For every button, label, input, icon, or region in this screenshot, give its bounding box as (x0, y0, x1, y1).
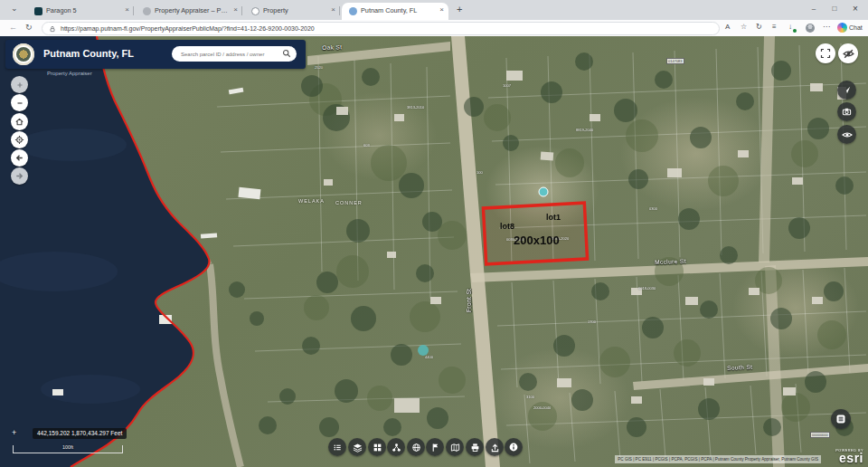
tab-property-appraiser[interactable]: Property Appraiser – Putnam Cou × (136, 3, 242, 20)
browser-essentials-icon[interactable]: ≡ (772, 23, 777, 31)
eye-slash-icon (843, 48, 854, 60)
basemap-gallery-button[interactable] (368, 438, 386, 456)
scale-label: 100ft (14, 444, 122, 450)
tab-label: Property Appraiser – Putnam Cou (155, 6, 228, 14)
aerial-imagery (0, 36, 868, 467)
swimming-pool (539, 187, 548, 196)
print-button[interactable] (466, 438, 484, 456)
browser-window: ⌄ Paragon 5 × Property Appraiser – Putna… (0, 0, 868, 467)
url-field[interactable]: https://pamap.putnam-fl.gov/PropertyAppr… (42, 22, 720, 35)
address-bar: ← ↻ https://pamap.putnam-fl.gov/Property… (0, 20, 868, 37)
layers-button[interactable] (348, 438, 366, 456)
around-me-button[interactable] (407, 438, 425, 456)
esri-logo: POWERED BY esri (835, 449, 863, 463)
legend-button[interactable] (328, 438, 346, 456)
close-tab-icon[interactable]: × (233, 5, 238, 14)
profile-avatar[interactable] (806, 24, 815, 33)
app-title: Putnam County, FL (43, 48, 134, 59)
coordinates-readout: 442,159.202 1,870,434.297 Feet (33, 428, 127, 439)
round-pool (418, 345, 429, 356)
tab-strip: ⌄ Paragon 5 × Property Appraiser – Putna… (0, 0, 868, 20)
copilot-chat-label[interactable]: Chat (849, 24, 863, 31)
location-arrow-tool-button[interactable] (837, 81, 856, 100)
tab-separator (241, 6, 242, 15)
map-viewport[interactable]: Oak StMcclure StSouth StFront St WELAKAC… (0, 36, 868, 467)
putnam-favicon-icon (349, 7, 357, 15)
tab-property[interactable]: Property × (244, 3, 340, 20)
view-imagery-button[interactable] (837, 125, 856, 144)
close-tab-icon[interactable]: × (331, 5, 335, 14)
tab-label: Paragon 5 (46, 6, 119, 14)
lock-icon (49, 25, 56, 33)
zoom-in-button[interactable] (11, 76, 28, 93)
markup-flag-button[interactable] (426, 438, 444, 456)
arrow-right-icon (14, 171, 24, 181)
zoom-out-button[interactable] (11, 94, 28, 111)
map-attribution: PC GIS | PC E911 | PCGIS | PCPA, PCGIS |… (615, 455, 821, 463)
close-tab-icon[interactable]: × (125, 5, 129, 14)
info-button[interactable] (505, 438, 523, 456)
selected-parcel-outline[interactable] (483, 203, 587, 264)
hub-icon[interactable]: ↻ (756, 23, 762, 31)
my-location-button[interactable] (11, 131, 28, 148)
minus-icon (15, 99, 24, 108)
more-menu-icon[interactable]: ⋯ (823, 23, 830, 31)
close-tab-icon[interactable]: × (439, 5, 444, 14)
refresh-icon[interactable]: ↻ (25, 23, 33, 32)
map-bookmark-icon (450, 443, 460, 453)
downloads-icon[interactable]: ↓ (788, 23, 792, 31)
target-icon (14, 135, 24, 145)
printer-icon (470, 443, 480, 453)
share-network-icon (392, 443, 401, 453)
favorite-star-icon[interactable]: ☆ (741, 23, 747, 31)
expand-icon (820, 48, 831, 59)
url-text: https://pamap.putnam-fl.gov/PropertyAppr… (61, 25, 315, 32)
app-subtitle: Property Appraiser (47, 71, 92, 76)
county-seal-inner (16, 47, 31, 62)
info-icon (508, 442, 519, 453)
home-icon (14, 117, 24, 127)
aerial-photos-button[interactable] (837, 102, 856, 121)
scale-bar: 100ft (13, 445, 123, 453)
previous-extent-button[interactable] (11, 149, 28, 167)
tab-paragon5[interactable]: Paragon 5 × (27, 3, 134, 20)
close-window-button[interactable]: × (846, 1, 864, 17)
globe-icon (411, 443, 421, 453)
new-tab-button[interactable]: + (457, 4, 462, 14)
flag-icon (430, 443, 440, 453)
globe-favicon-icon (251, 7, 259, 15)
share-arrow-icon (490, 443, 500, 453)
tab-search-chevron-icon[interactable]: ⌄ (11, 4, 18, 13)
appraiser-favicon-icon (143, 7, 151, 15)
location-arrow-icon (842, 85, 852, 95)
tab-separator (133, 6, 134, 15)
parcel-search-box[interactable] (172, 46, 297, 62)
export-share-button[interactable] (486, 438, 504, 456)
basemap-grid-icon (373, 443, 382, 453)
tab-label: Property (263, 6, 326, 14)
legend-panel-button[interactable] (831, 409, 851, 429)
back-icon[interactable]: ← (9, 23, 17, 32)
tab-separator (339, 6, 340, 15)
fullscreen-button[interactable] (816, 43, 835, 63)
copilot-icon[interactable] (837, 23, 847, 33)
read-aloud-icon[interactable]: A (725, 23, 730, 31)
next-extent-button[interactable] (11, 167, 28, 185)
esri-wordmark: esri (835, 453, 863, 463)
search-input[interactable] (179, 48, 278, 61)
share-network-button[interactable] (387, 438, 405, 456)
home-extent-button[interactable] (11, 113, 28, 130)
arrow-left-icon (14, 153, 24, 163)
paragon-favicon-icon (34, 7, 42, 15)
layers-icon (353, 443, 363, 453)
hide-interface-button[interactable] (838, 43, 858, 63)
minimize-button[interactable]: – (805, 1, 823, 17)
tab-label: Putnam County, FL (361, 6, 434, 14)
tab-putnam-county-active[interactable]: Putnam County, FL × (342, 3, 448, 20)
legend-icon (333, 443, 343, 453)
camera-icon (842, 107, 852, 117)
bookmarks-button[interactable] (446, 438, 464, 456)
plus-icon (15, 81, 24, 90)
search-icon[interactable] (282, 49, 291, 58)
maximize-button[interactable]: □ (826, 1, 844, 17)
